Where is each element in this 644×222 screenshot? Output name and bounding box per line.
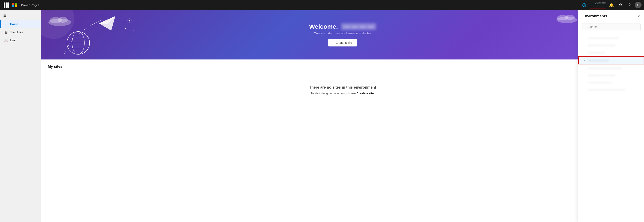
sidebar-item-home-label: Home xyxy=(10,23,18,26)
no-sites-message: There are no sites in this environment T… xyxy=(48,73,638,107)
learn-icon: 📖 xyxy=(4,38,8,42)
my-sites-section: My sites There are no sites in this envi… xyxy=(41,59,644,112)
env-search-container: 🔍 xyxy=(582,24,641,30)
no-sites-title: There are no sites in this environment xyxy=(52,85,633,90)
no-sites-create-site-link[interactable]: Create a site. xyxy=(356,92,374,95)
env-item-name: — — — — — — xyxy=(588,59,640,62)
env-item-name: — — — — — — — xyxy=(588,81,640,84)
gear-icon: ⚙ xyxy=(619,3,622,7)
hero-cloud-left xyxy=(47,14,72,26)
topbar-right: 🌐 Environment — — — — 🔔 ⚙ ? U xyxy=(580,1,642,9)
templates-icon: ▦ xyxy=(4,30,8,34)
env-list-item[interactable]: — — — — — — — — xyxy=(578,42,644,49)
env-list: — — — — — — — — —— — — — — — — —— — — — … xyxy=(578,33,644,222)
hero-title: Welcome, — — — — xyxy=(309,23,376,30)
sidebar-item-templates-label: Templates xyxy=(10,31,23,34)
hero-content: Welcome, — — — — Create modern, secure b… xyxy=(309,23,376,46)
svg-point-15 xyxy=(134,30,134,31)
help-icon: ? xyxy=(628,3,630,7)
svg-point-9 xyxy=(129,20,130,21)
no-sites-description: To start designing one now, choose Creat… xyxy=(52,92,633,95)
svg-point-18 xyxy=(58,17,68,23)
environment-search-input[interactable] xyxy=(582,24,641,30)
hero-subtitle: Create modern, secure business websites xyxy=(309,31,376,35)
svg-point-21 xyxy=(565,15,575,20)
create-site-button[interactable]: + Create a site xyxy=(328,39,357,46)
layout: ☰ ⌂ Home ▦ Templates 📖 Learn xyxy=(0,10,644,222)
topbar-left: Power Pages xyxy=(2,1,39,9)
env-panel-close-button[interactable]: × xyxy=(638,15,640,18)
app-title: Power Pages xyxy=(21,3,39,7)
env-item-name: — — — — — — — — xyxy=(588,44,640,47)
env-item-name: — — — — — xyxy=(588,51,640,54)
sidebar-item-templates[interactable]: ▦ Templates xyxy=(0,28,41,36)
environment-button[interactable]: — — — — xyxy=(590,4,606,9)
sidebar-item-learn[interactable]: 📖 Learn xyxy=(0,36,41,44)
environments-panel: Environments × 🔍 — — — — — — — — —— — — … xyxy=(578,10,644,222)
topbar: Power Pages 🌐 Environment — — — — 🔔 ⚙ ? … xyxy=(0,0,644,10)
environments-icon-button[interactable]: 🌐 xyxy=(580,1,588,9)
env-list-item[interactable]: — — — — — — — — — — — xyxy=(578,86,644,93)
avatar-initials: U xyxy=(637,4,639,7)
env-panel-header: Environments × xyxy=(578,10,644,21)
hero-sparkles xyxy=(124,16,136,33)
home-icon: ⌂ xyxy=(4,22,8,26)
main-content: Welcome, — — — — Create modern, secure b… xyxy=(41,10,644,222)
sidebar: ☰ ⌂ Home ▦ Templates 📖 Learn xyxy=(0,10,41,222)
notification-button[interactable]: 🔔 xyxy=(608,1,615,9)
env-item-name: — — — — — — — — — xyxy=(588,37,640,40)
env-panel-title: Environments xyxy=(582,14,607,18)
help-button[interactable]: ? xyxy=(626,1,633,9)
waffle-menu-button[interactable] xyxy=(2,1,10,9)
env-list-item[interactable]: — — — — — — — — xyxy=(578,72,644,79)
sidebar-toggle-button[interactable]: ☰ xyxy=(0,12,41,19)
no-sites-desc-text: To start designing one now, choose xyxy=(311,92,357,95)
my-sites-title: My sites xyxy=(48,64,638,69)
svg-point-14 xyxy=(125,28,126,29)
env-list-item[interactable]: — — — — — xyxy=(578,49,644,56)
sidebar-item-learn-label: Learn xyxy=(10,39,18,42)
bell-icon: 🔔 xyxy=(609,3,614,7)
hero-banner: Welcome, — — — — Create modern, secure b… xyxy=(41,10,644,59)
env-list-item[interactable]: ✓— — — — — — xyxy=(578,56,644,64)
env-item-name: — — — — — — — — xyxy=(588,74,640,77)
hero-cloud-right xyxy=(556,12,578,23)
env-list-item[interactable]: — — — — — — — — — xyxy=(578,35,644,42)
env-list-item[interactable]: — — — — — — — — — — xyxy=(578,64,644,72)
env-item-name: — — — — — — — — — — — xyxy=(588,88,640,91)
microsoft-logo xyxy=(12,3,17,7)
env-item-checkmark: ✓ xyxy=(583,59,586,62)
env-item-name: — — — — — — — — — — xyxy=(588,66,640,70)
sidebar-item-home[interactable]: ⌂ Home xyxy=(0,20,41,28)
env-label: Environment xyxy=(594,2,606,4)
hamburger-icon: ☰ xyxy=(3,13,6,18)
env-list-item[interactable]: — — — — — — — xyxy=(578,79,644,86)
waffle-icon xyxy=(4,3,9,8)
environment-selector-group: Environment — — — — xyxy=(590,2,606,9)
hero-username-blurred: — — — — xyxy=(341,23,376,30)
settings-button[interactable]: ⚙ xyxy=(617,1,624,9)
avatar[interactable]: U xyxy=(635,2,642,8)
env-search-wrap: 🔍 xyxy=(578,21,644,33)
